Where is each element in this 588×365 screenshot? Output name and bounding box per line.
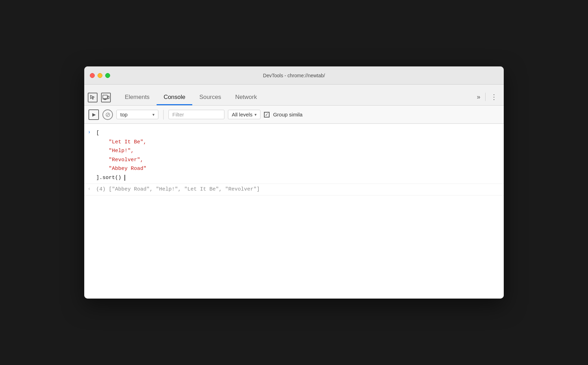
maximize-button[interactable] [105, 73, 110, 78]
expand-arrow[interactable]: › [88, 129, 96, 135]
console-input-code: [ "Let It Be", "Help!", "Revolver", "Abb… [96, 129, 500, 182]
group-similar-label: Group simila [273, 112, 302, 117]
console-output-value: (4) ["Abbey Road", "Help!", "Let It Be",… [96, 185, 500, 194]
close-button[interactable] [90, 73, 95, 78]
output-arrow: ‹ [88, 186, 96, 192]
toolbar-separator-1 [163, 110, 164, 120]
tab-elements[interactable]: Elements [118, 90, 157, 105]
clear-console-button[interactable]: ⊘ [102, 109, 113, 120]
window-title: DevTools - chrome://newtab/ [263, 73, 325, 78]
tab-console[interactable]: Console [157, 90, 192, 105]
traffic-lights [90, 73, 110, 78]
device-toolbar-icon[interactable] [101, 93, 111, 102]
context-dropdown-arrow: ▾ [152, 112, 155, 117]
console-output-entry: ‹ (4) ["Abbey Road", "Help!", "Let It Be… [84, 184, 504, 195]
svg-rect-2 [104, 99, 106, 100]
devtools-menu-button[interactable]: ⋮ [488, 91, 500, 102]
filter-input[interactable] [168, 110, 224, 119]
title-bar: DevTools - chrome://newtab/ [84, 66, 504, 85]
context-selector[interactable]: top ▾ [116, 110, 158, 119]
tab-network[interactable]: Network [228, 90, 264, 105]
devtools-left-icons [88, 93, 111, 102]
group-similar-checkbox[interactable]: ✓ [264, 112, 270, 117]
console-input-entry: › [ "Let It Be", "Help!", "Revolver", "A… [84, 127, 504, 184]
svg-rect-4 [108, 97, 109, 97]
levels-dropdown-arrow: ▾ [254, 112, 257, 117]
tabs-container: Elements Console Sources Network [118, 90, 474, 105]
svg-rect-3 [108, 96, 109, 99]
svg-rect-0 [103, 95, 107, 99]
minimize-button[interactable] [98, 73, 102, 78]
more-tabs-button[interactable]: » [474, 92, 483, 102]
tab-bar-right: » ⋮ [474, 91, 500, 102]
tab-sources[interactable]: Sources [192, 90, 228, 105]
inspect-element-icon[interactable] [88, 93, 98, 102]
tab-bar: Elements Console Sources Network » ⋮ [84, 85, 504, 106]
tab-bar-divider [485, 93, 486, 101]
devtools-window: DevTools - chrome://newtab/ E [84, 66, 504, 299]
console-toolbar: ▶ ⊘ top ▾ All levels ▾ ✓ Group simila [84, 106, 504, 124]
console-content: › [ "Let It Be", "Help!", "Revolver", "A… [84, 124, 504, 299]
log-levels-selector[interactable]: All levels ▾ [228, 110, 260, 119]
run-script-button[interactable]: ▶ [88, 109, 99, 120]
